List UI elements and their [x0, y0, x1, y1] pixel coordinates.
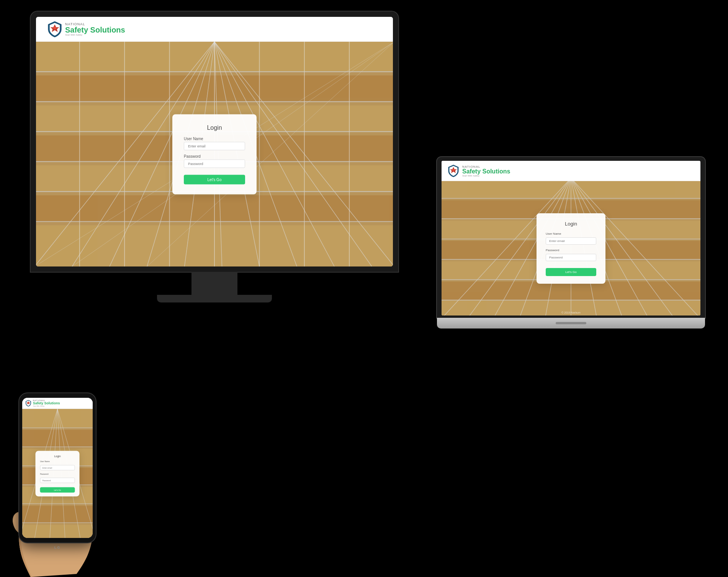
phone-username-label: User Name [40, 460, 75, 462]
monitor-frame: NATIONAL Safety Solutions Start With Saf… [31, 11, 398, 272]
phone-wrap: NATIONAL Safety Solutions Start With Saf… [19, 393, 96, 546]
laptop-scaffold-bg: Login User Name Password Let's Go [442, 181, 700, 315]
laptop-screen: NATIONAL Safety Solutions Start With Saf… [442, 161, 700, 315]
phone-username-group: User Name [40, 460, 75, 470]
phone-header: NATIONAL Safety Solutions Start With Saf… [22, 398, 93, 409]
laptop-logo-tagline: Start With Safety [462, 175, 510, 177]
laptop-password-input[interactable] [546, 254, 596, 261]
phone-logo-text: NATIONAL Safety Solutions Start With Saf… [33, 399, 60, 407]
laptop-logo-icon [448, 164, 459, 178]
monitor-header: NATIONAL Safety Solutions Start With Saf… [36, 17, 393, 42]
laptop-login-button[interactable]: Let's Go [546, 268, 596, 276]
monitor-username-group: User Name [184, 136, 245, 150]
laptop-username-input[interactable] [546, 237, 596, 245]
monitor-logo-safety: Safety Solutions [65, 26, 125, 34]
svg-point-1 [53, 26, 56, 29]
phone-app-screen: NATIONAL Safety Solutions Start With Saf… [22, 398, 93, 538]
monitor: NATIONAL Safety Solutions Start With Saf… [31, 11, 398, 302]
monitor-screen: NATIONAL Safety Solutions Start With Saf… [36, 17, 393, 266]
laptop-logo-text: NATIONAL Safety Solutions Start With Saf… [462, 165, 510, 177]
phone-password-input[interactable] [40, 477, 75, 483]
svg-rect-70 [22, 430, 93, 447]
monitor-logo-text: NATIONAL Safety Solutions Start With Saf… [65, 22, 125, 36]
laptop-login-title: Login [546, 221, 596, 227]
laptop-app-screen: NATIONAL Safety Solutions Start With Saf… [442, 161, 700, 315]
phone-login-button[interactable]: Let's Go [40, 487, 75, 492]
phone-brand-label: LG [54, 546, 61, 549]
laptop-footer: © 2019 Narbum [561, 311, 581, 314]
phone-login-card: Login User Name Password Let's Go [36, 451, 80, 496]
laptop-username-group: User Name [546, 232, 596, 245]
laptop-screen-part: NATIONAL Safety Solutions Start With Saf… [437, 157, 705, 318]
laptop-username-label: User Name [546, 232, 596, 235]
laptop: NATIONAL Safety Solutions Start With Saf… [437, 157, 705, 348]
phone-logo-icon [25, 400, 31, 407]
phone-notch [48, 395, 67, 398]
phone-username-input[interactable] [40, 465, 75, 470]
phone-logo-tagline: Start With Safety [33, 405, 60, 407]
phone-logo-safety: Safety Solutions [33, 402, 60, 405]
monitor-login-title: Login [184, 124, 245, 131]
monitor-login-card: Login User Name Password Let's Go [172, 114, 257, 194]
laptop-login-card: Login User Name Password Let's Go [537, 213, 605, 284]
monitor-password-group: Password [184, 154, 245, 168]
laptop-base [437, 318, 705, 329]
phone-screen: NATIONAL Safety Solutions Start With Saf… [22, 398, 93, 538]
phone-scaffold-bg: Login User Name Password Let's Go [22, 409, 93, 538]
svg-point-67 [28, 402, 29, 403]
monitor-password-label: Password [184, 154, 245, 158]
svg-point-40 [452, 169, 455, 171]
monitor-password-input[interactable] [184, 159, 245, 168]
laptop-password-group: Password [546, 248, 596, 261]
monitor-stand-base [157, 295, 272, 302]
monitor-logo-tagline: Start With Safety [65, 34, 125, 36]
phone-frame: NATIONAL Safety Solutions Start With Saf… [19, 393, 96, 543]
laptop-password-label: Password [546, 248, 596, 252]
monitor-app-screen: NATIONAL Safety Solutions Start With Saf… [36, 17, 393, 266]
monitor-logo-icon [47, 21, 62, 38]
phone-password-label: Password [40, 472, 75, 475]
monitor-login-button[interactable]: Let's Go [184, 175, 245, 184]
phone-login-title: Login [40, 454, 75, 457]
monitor-scaffold-bg: Login User Name Password Let's Go [36, 42, 393, 266]
monitor-username-label: User Name [184, 136, 245, 141]
laptop-logo-safety: Safety Solutions [462, 168, 510, 175]
monitor-stand-neck [191, 272, 237, 295]
monitor-username-input[interactable] [184, 142, 245, 150]
svg-rect-75 [22, 525, 93, 538]
scene: NATIONAL Safety Solutions Start With Saf… [0, 0, 728, 577]
laptop-header: NATIONAL Safety Solutions Start With Saf… [442, 161, 700, 181]
svg-rect-74 [22, 506, 93, 523]
phone-password-group: Password [40, 472, 75, 483]
